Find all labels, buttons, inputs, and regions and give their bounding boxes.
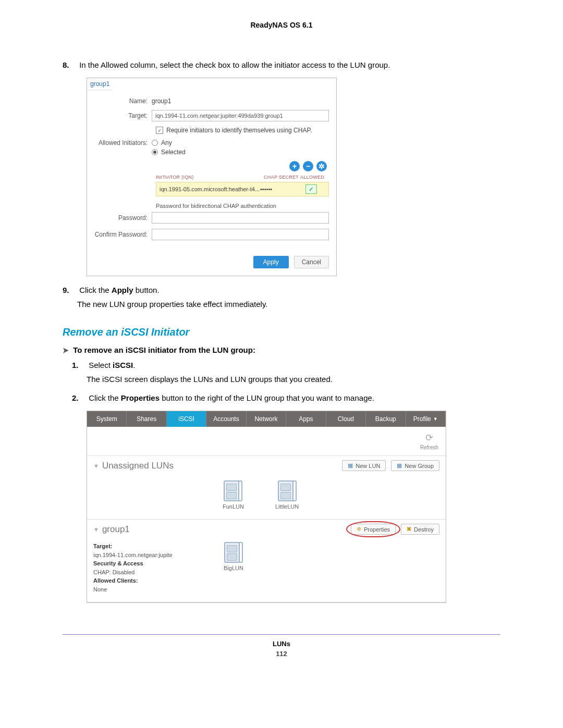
add-initiator-icon[interactable]: + (289, 161, 300, 171)
footer-divider (63, 634, 500, 635)
allowed-initiators-label: Allowed Initiators: (94, 139, 152, 146)
group-icon: ▦ (397, 462, 402, 469)
tab-iscsi[interactable]: iSCSI (167, 411, 206, 427)
nav-bar: System Shares iSCSI Accounts Network App… (87, 411, 446, 427)
footer-label: LUNs (0, 640, 563, 648)
tab-cloud[interactable]: Cloud (326, 411, 366, 427)
step-9-bold: Apply (112, 286, 133, 294)
settings-icon[interactable]: ✲ (316, 161, 327, 171)
gear-icon: ✲ (357, 526, 361, 533)
tab-network[interactable]: Network (247, 411, 286, 427)
step-9-line2: The new LUN group properties take effect… (77, 299, 500, 311)
chevron-down-icon: ▼ (433, 416, 438, 422)
lun-funlun-label: FunLUN (223, 503, 244, 510)
col-allowed: ALLOWED (300, 175, 329, 180)
clients-value: None (93, 585, 218, 594)
allowed-checkbox[interactable]: ✓ (305, 184, 317, 194)
target-input[interactable] (152, 110, 329, 121)
lun-drive-icon (278, 480, 293, 501)
new-group-button[interactable]: ▦New Group (391, 460, 439, 471)
substep-2-bold: Properties (121, 393, 160, 402)
step-8-number: 8. (63, 60, 77, 69)
confirm-password-label: Confirm Password: (94, 231, 152, 238)
tab-profile[interactable]: Profile▼ (406, 411, 446, 427)
substep-2-prefix: Click the (89, 393, 121, 402)
substep-1-suffix: . (133, 361, 135, 369)
radio-any[interactable] (152, 140, 158, 146)
substep-1-prefix: Select (89, 361, 113, 369)
lun-biglun-label: BigLUN (224, 565, 243, 571)
lun-group-dialog: group1 Name: group1 Target: ✓ Require in… (87, 78, 337, 276)
procedure-marker-icon: ➤ (63, 346, 69, 354)
substep-2-suffix: button to the right of the LUN group tha… (160, 393, 374, 402)
substep-1-number: 1. (72, 361, 87, 369)
iscsi-screen: System Shares iSCSI Accounts Network App… (87, 411, 446, 603)
step-8-text: In the Allowed column, select the check … (79, 60, 390, 69)
collapse-icon[interactable]: ▼ (93, 526, 99, 533)
password-input[interactable] (152, 212, 329, 224)
step-9-prefix: Click the (79, 286, 112, 294)
new-group-label: New Group (405, 463, 434, 469)
destroy-icon: ✖ (407, 526, 411, 533)
radio-selected-label: Selected (161, 149, 186, 156)
destroy-label: Destroy (414, 526, 434, 533)
target-label: Target: (94, 112, 152, 119)
collapse-icon[interactable]: ▼ (93, 463, 99, 469)
apply-button[interactable]: Apply (253, 256, 289, 268)
col-chap-secret: CHAP SECRET (264, 175, 300, 180)
password-label: Password: (94, 214, 152, 221)
step-9-number: 9. (63, 286, 77, 294)
tab-profile-label: Profile (413, 415, 431, 423)
substep-1-line2: The iSCSI screen displays the LUNs and L… (87, 374, 500, 386)
name-label: Name: (94, 97, 152, 105)
refresh-label: Refresh (420, 445, 438, 450)
substep-1: 1. Select iSCSI. The iSCSI screen displa… (72, 361, 500, 386)
substep-1-bold: iSCSI (113, 361, 133, 369)
new-lun-button[interactable]: ▦New LUN (342, 460, 386, 471)
substep-2: 2. Click the Properties button to the ri… (72, 393, 500, 402)
cancel-button[interactable]: Cancel (294, 256, 329, 268)
tab-shares[interactable]: Shares (127, 411, 166, 427)
initiator-row[interactable]: iqn.1991-05.com.microsoft:heather-t4... … (156, 182, 329, 196)
step-9: 9. Click the Apply button. The new LUN g… (63, 286, 500, 311)
security-value: CHAP: Disabled (93, 568, 218, 577)
radio-selected[interactable] (152, 149, 158, 155)
security-key: Security & Access (93, 560, 143, 566)
group1-heading: group1 (102, 524, 130, 535)
clients-key: Allowed Clients: (93, 577, 138, 584)
step-8: 8. In the Allowed column, select the che… (63, 60, 500, 69)
tab-system[interactable]: System (87, 411, 127, 427)
step-9-suffix: button. (133, 286, 160, 294)
procedure-heading: To remove an iSCSI initiator from the LU… (73, 346, 255, 354)
substep-2-number: 2. (72, 393, 87, 402)
confirm-password-input[interactable] (152, 229, 329, 240)
new-lun-label: New LUN (356, 463, 380, 469)
lun-biglun[interactable]: BigLUN (224, 542, 243, 594)
dialog-tab[interactable]: group1 (87, 78, 113, 90)
name-value: group1 (152, 97, 329, 105)
target-key: Target: (93, 543, 112, 549)
chap-checkbox[interactable]: ✓ (156, 127, 163, 134)
tab-apps[interactable]: Apps (286, 411, 326, 427)
initiator-table-header: INITIATOR (IQN) CHAP SECRET ALLOWED (156, 175, 329, 180)
refresh-button[interactable]: ⟳ Refresh (420, 432, 438, 450)
tab-accounts[interactable]: Accounts (206, 411, 246, 427)
properties-button[interactable]: ✲ Properties (351, 524, 396, 535)
unassigned-luns-heading: Unassigned LUNs (102, 461, 174, 471)
initiator-secret: •••••• (260, 186, 297, 192)
properties-label: Properties (364, 526, 390, 533)
page-number: 112 (0, 650, 563, 658)
lun-littlelun-label: LittleLUN (275, 503, 299, 510)
group-info: Target: iqn.1994-11.com.netgear:jupite S… (93, 542, 218, 594)
lun-littlelun[interactable]: LittleLUN (275, 480, 299, 510)
lun-drive-icon (224, 542, 240, 563)
section-heading: Remove an iSCSI Initiator (63, 326, 500, 338)
lun-funlun[interactable]: FunLUN (223, 480, 244, 510)
tab-backup[interactable]: Backup (366, 411, 406, 427)
destroy-button[interactable]: ✖Destroy (401, 524, 439, 535)
remove-initiator-icon[interactable]: − (303, 161, 313, 171)
radio-any-label: Any (161, 139, 172, 146)
target-value: iqn.1994-11.com.netgear:jupite (93, 551, 218, 560)
refresh-icon: ⟳ (425, 432, 433, 443)
initiator-iqn: iqn.1991-05.com.microsoft:heather-t4... (160, 186, 260, 192)
